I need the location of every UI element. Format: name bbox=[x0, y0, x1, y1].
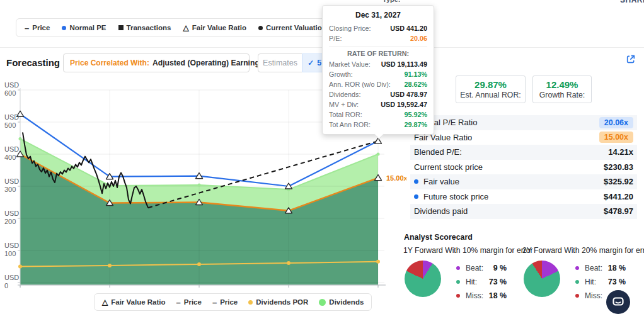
scorecard-subtitle: 2Y Forward With 20% margin for error bbox=[522, 246, 643, 255]
table-row: Fair value$325.92 bbox=[410, 174, 637, 189]
legend-item-fair-value-ratio[interactable]: △Fair Value Ratio bbox=[183, 24, 247, 31]
analyst-scorecard-title: Analyst Scorecard bbox=[404, 233, 473, 242]
square-icon bbox=[118, 25, 124, 30]
legend-item-fair-value-ratio[interactable]: △Fair Value Ratio bbox=[102, 298, 166, 306]
growth-rate-box: 12.49% Growth Rate: bbox=[532, 76, 592, 103]
legend-dot-icon bbox=[575, 280, 579, 284]
legend-label: Price bbox=[220, 298, 238, 306]
scorecard-legend-row: Beat:9 % bbox=[456, 261, 507, 275]
legend-item-transactions[interactable]: Transactions bbox=[118, 24, 171, 31]
legend-dot-icon bbox=[456, 266, 460, 270]
row-value: $230.83 bbox=[604, 162, 633, 172]
scorecard-pie-chart bbox=[524, 261, 560, 297]
page-title: Forecasting bbox=[6, 57, 60, 68]
bigdot-icon bbox=[319, 299, 326, 306]
y-axis-tick: USD100 bbox=[4, 242, 19, 258]
triangle-icon: △ bbox=[102, 298, 108, 306]
share-button[interactable]: SHARE bbox=[620, 0, 644, 4]
scorecard-legend-row: Hit:73 % bbox=[575, 275, 626, 289]
series-dot-icon bbox=[414, 194, 418, 199]
table-row: Fair Value Ratio15.00x bbox=[410, 130, 637, 145]
table-row: Future stock price$441.20 bbox=[410, 189, 637, 205]
legend-item-price[interactable]: –Price bbox=[212, 298, 238, 306]
table-row: Current stock price$230.83 bbox=[410, 160, 637, 175]
table-row: Blended P/E:14.21x bbox=[410, 145, 637, 160]
legend-label: Fair Value Ratio bbox=[192, 24, 246, 31]
legend-item-dividends[interactable]: Dividends bbox=[319, 298, 364, 306]
tooltip-row: MV + Div:USD 19,592.47 bbox=[329, 99, 427, 109]
estimates-button[interactable]: Estimates bbox=[258, 53, 302, 72]
chart-tooltip: Dec 31, 2027 Closing Price:USD 441.20P/E… bbox=[322, 5, 434, 135]
legend-dot-icon bbox=[575, 294, 579, 298]
legend-label: Current Valuation bbox=[266, 24, 326, 31]
tooltip-date: Dec 31, 2027 bbox=[329, 11, 427, 20]
open-in-new-icon[interactable] bbox=[626, 54, 636, 64]
y-axis-tick: USD400 bbox=[4, 145, 19, 162]
legend-label: Dividends POR bbox=[256, 298, 308, 306]
dot-icon bbox=[62, 26, 66, 30]
price-correlated-dropdown[interactable]: Price Correlated With: Adjusted (Operati… bbox=[63, 53, 250, 72]
growth-rate-value: 12.49% bbox=[546, 79, 578, 90]
dot-icon bbox=[258, 26, 263, 30]
row-value: $441.20 bbox=[604, 192, 633, 201]
est-annual-ror-box: 29.87% Est. Annual ROR: bbox=[456, 76, 526, 103]
tooltip-row: Ann. ROR (w/o Div):28.62% bbox=[329, 79, 427, 89]
row-label: Fair value bbox=[414, 177, 604, 186]
growth-rate-label: Growth Rate: bbox=[539, 91, 585, 99]
row-value: 20.06x bbox=[599, 117, 633, 128]
chart-legend-bottom: △Fair Value Ratio–Price–PriceDividends P… bbox=[94, 293, 372, 311]
scorecard-pie-chart bbox=[405, 261, 441, 297]
legend-label: Price bbox=[184, 298, 202, 306]
legend-item-price[interactable]: –Price bbox=[25, 24, 50, 32]
triangle-icon: △ bbox=[183, 24, 189, 31]
forecasting-page: Type: SHARE –PriceNormal PETransactions△… bbox=[0, 0, 644, 314]
legend-item-normal-pe[interactable]: Normal PE bbox=[62, 24, 106, 31]
tooltip-row: Dividends:USD 478.97 bbox=[329, 89, 427, 99]
row-label: Current stock price bbox=[414, 162, 604, 172]
row-value: 14.21x bbox=[608, 147, 633, 157]
scorecard-legend-row: Hit:73 % bbox=[456, 275, 507, 289]
tooltip-row: P/E:20.06 bbox=[329, 33, 427, 43]
scorecard-subtitle: 1Y Forward With 10% margin for error bbox=[403, 246, 524, 255]
dash-icon: – bbox=[25, 24, 29, 32]
legend-item-dividends-por[interactable]: Dividends POR bbox=[248, 298, 308, 306]
check-icon: ✓ bbox=[308, 59, 314, 67]
svg-text:15.00x: 15.00x bbox=[386, 174, 406, 182]
tooltip-row: Market Value:USD 19,113.49 bbox=[329, 59, 427, 69]
row-value: 15.00x bbox=[599, 132, 633, 143]
dash-icon: – bbox=[176, 298, 181, 306]
type-label: Type: bbox=[382, 0, 401, 3]
est-annual-ror-value: 29.87% bbox=[474, 79, 507, 90]
scorecard-legend-row: Miss:18 % bbox=[456, 289, 507, 303]
legend-dot-icon bbox=[456, 280, 460, 284]
scorecard-legend-row: Beat:18 % bbox=[575, 261, 626, 275]
scorecard-1y: 1Y Forward With 10% margin for errorBeat… bbox=[403, 246, 524, 303]
dropdown-prefix-label: Price Correlated With: bbox=[70, 59, 149, 67]
y-axis-tick: USD300 bbox=[4, 177, 19, 194]
y-axis-tick: USD600 bbox=[4, 81, 19, 98]
y-axis-tick: USD500 bbox=[4, 113, 19, 130]
table-row: Normal P/E Ratio20.06x bbox=[410, 115, 637, 130]
legend-label: Transactions bbox=[127, 24, 171, 31]
table-row: Dividends paid$478.97 bbox=[410, 204, 637, 219]
y-axis-tick: USD0 bbox=[4, 274, 19, 290]
row-label: Blended P/E: bbox=[414, 147, 608, 157]
tooltip-section-header: RATE OF RETURN: bbox=[329, 47, 427, 57]
row-label: Normal P/E Ratio bbox=[414, 118, 599, 127]
legend-label: Price bbox=[32, 24, 50, 31]
row-label: Fair Value Ratio bbox=[414, 133, 599, 142]
y-axis-tick: USD200 bbox=[4, 210, 19, 226]
chat-button[interactable] bbox=[606, 290, 630, 314]
legend-item-current-valuation[interactable]: Current Valuation bbox=[258, 24, 326, 31]
valuation-table: Normal P/E Ratio20.06xFair Value Ratio15… bbox=[410, 115, 637, 219]
tooltip-row: Closing Price:USD 441.20 bbox=[329, 23, 427, 33]
dropdown-selected-value: Adjusted (Operating) Earnings bbox=[152, 59, 264, 67]
row-value: $478.97 bbox=[604, 206, 633, 216]
row-label: Dividends paid bbox=[414, 206, 604, 216]
tooltip-row: Tot Ann ROR:29.87% bbox=[329, 120, 427, 130]
legend-item-price[interactable]: –Price bbox=[176, 298, 202, 306]
legend-label: Fair Value Ratio bbox=[111, 298, 165, 306]
est-annual-ror-label: Est. Annual ROR: bbox=[460, 91, 520, 99]
row-label: Future stock price bbox=[414, 192, 604, 201]
legend-label: Dividends bbox=[329, 298, 364, 306]
